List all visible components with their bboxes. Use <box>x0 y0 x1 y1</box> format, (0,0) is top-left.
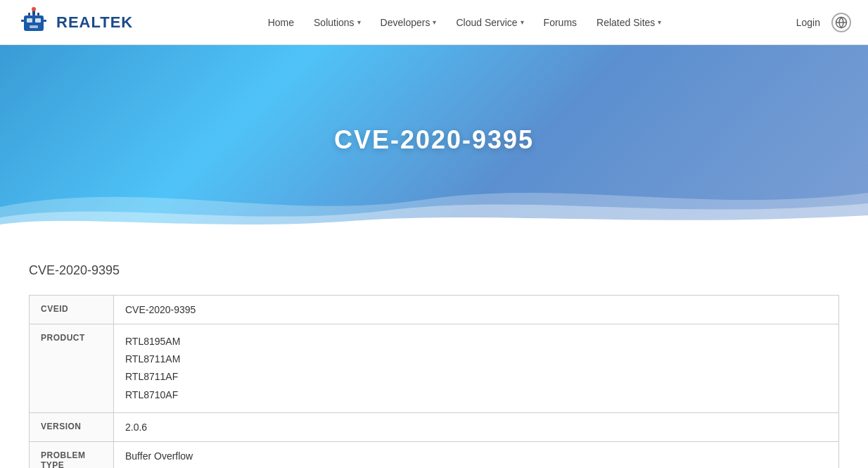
nav-item-cloud-service[interactable]: Cloud Service ▾ <box>447 11 532 34</box>
svg-rect-7 <box>28 13 30 15</box>
navbar: Realtek Home Solutions ▾ Developers ▾ Cl… <box>0 0 868 45</box>
page-title: CVE-2020-9395 <box>29 263 839 278</box>
cloud-chevron-icon: ▾ <box>521 18 524 26</box>
nav-developers-label: Developers <box>381 17 430 28</box>
product-item-3: RTL8710AF <box>125 386 827 404</box>
nav-item-home[interactable]: Home <box>260 11 302 34</box>
nav-link-related-sites[interactable]: Related Sites ▾ <box>588 11 670 34</box>
value-cveid: CVE-2020-9395 <box>114 296 839 324</box>
label-problem-type: PROBLEM TYPE <box>30 441 114 468</box>
hero-section: CVE-2020-9395 <box>0 45 868 235</box>
hero-title: CVE-2020-9395 <box>334 125 534 155</box>
nav-link-cloud-service[interactable]: Cloud Service ▾ <box>447 11 532 34</box>
label-version: VERSION <box>30 412 114 441</box>
value-problem-type: Buffer Overflow <box>114 441 839 468</box>
svg-rect-8 <box>37 13 39 15</box>
value-product: RTL8195AM RTL8711AM RTL8711AF RTL8710AF <box>114 324 839 413</box>
nav-link-home[interactable]: Home <box>260 11 302 34</box>
language-selector[interactable] <box>831 13 851 32</box>
value-version: 2.0.6 <box>114 412 839 441</box>
nav-forums-label: Forums <box>544 17 577 28</box>
product-item-2: RTL8711AF <box>125 368 827 386</box>
product-item-0: RTL8195AM <box>125 333 827 350</box>
product-item-1: RTL8711AM <box>125 350 827 368</box>
brand-logo-icon <box>17 6 51 39</box>
nav-related-sites-label: Related Sites <box>596 17 655 28</box>
cve-table: CVEID CVE-2020-9395 PRODUCT RTL8195AM RT… <box>29 295 839 468</box>
table-row-cveid: CVEID CVE-2020-9395 <box>30 296 839 324</box>
svg-rect-4 <box>30 25 38 28</box>
developers-chevron-icon: ▾ <box>433 18 436 26</box>
nav-link-solutions[interactable]: Solutions ▾ <box>305 11 369 34</box>
table-row-product: PRODUCT RTL8195AM RTL8711AM RTL8711AF RT… <box>30 324 839 413</box>
main-nav: Home Solutions ▾ Developers ▾ Cloud Serv… <box>260 11 670 34</box>
label-cveid: CVEID <box>30 296 114 324</box>
svg-rect-2 <box>27 18 32 23</box>
nav-home-label: Home <box>268 17 294 28</box>
svg-point-10 <box>32 7 36 11</box>
wave-decoration <box>0 165 868 235</box>
login-link[interactable]: Login <box>796 17 820 28</box>
nav-item-solutions[interactable]: Solutions ▾ <box>305 11 369 34</box>
nav-solutions-label: Solutions <box>314 17 355 28</box>
brand-name: Realtek <box>56 13 133 32</box>
nav-item-related-sites[interactable]: Related Sites ▾ <box>588 11 670 34</box>
svg-rect-1 <box>24 15 44 31</box>
nav-link-developers[interactable]: Developers ▾ <box>372 11 445 34</box>
nav-item-forums[interactable]: Forums <box>535 11 585 34</box>
table-row-problem-type: PROBLEM TYPE Buffer Overflow <box>30 441 839 468</box>
main-content: CVE-2020-9395 CVEID CVE-2020-9395 PRODUC… <box>12 235 856 468</box>
svg-rect-6 <box>44 20 46 22</box>
svg-rect-3 <box>35 18 41 23</box>
nav-cloud-label: Cloud Service <box>456 17 517 28</box>
svg-rect-5 <box>21 20 24 22</box>
label-product: PRODUCT <box>30 324 114 413</box>
table-row-version: VERSION 2.0.6 <box>30 412 839 441</box>
related-sites-chevron-icon: ▾ <box>658 18 661 26</box>
navbar-right: Login <box>796 13 851 32</box>
product-list: RTL8195AM RTL8711AM RTL8711AF RTL8710AF <box>125 333 827 404</box>
solutions-chevron-icon: ▾ <box>357 18 361 26</box>
brand-logo-link[interactable]: Realtek <box>17 6 133 39</box>
nav-link-forums[interactable]: Forums <box>535 11 585 34</box>
nav-item-developers[interactable]: Developers ▾ <box>372 11 445 34</box>
